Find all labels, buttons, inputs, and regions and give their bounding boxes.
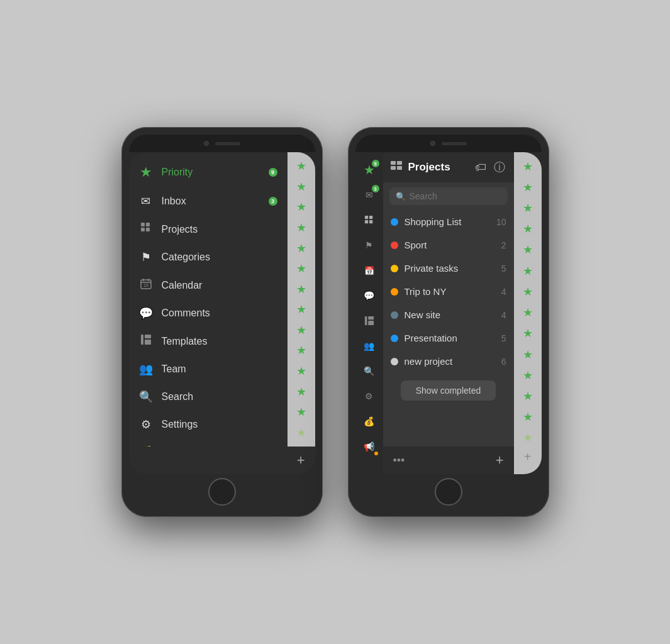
project-name-trip: Trip to NY: [405, 286, 495, 297]
svg-rect-17: [368, 316, 374, 319]
star-right-11[interactable]: ★: [516, 366, 539, 384]
star-settings[interactable]: ★: [290, 341, 313, 360]
categories-icon: ⚑: [139, 250, 153, 264]
sidebar-icon-comments[interactable]: 💬: [358, 284, 381, 307]
sidebar-icon-categories[interactable]: ⚑: [358, 234, 381, 257]
star-right-12[interactable]: ★: [516, 387, 539, 405]
search-bar[interactable]: 🔍: [389, 187, 508, 205]
settings-icon: ⚙: [139, 418, 153, 431]
star-right-14[interactable]: ★: [516, 429, 539, 447]
star-extra1[interactable]: ★: [290, 403, 313, 421]
star-right-13[interactable]: ★: [516, 408, 539, 426]
bottom-bar-right: ••• +: [383, 447, 514, 474]
sidebar-icon-priority[interactable]: ★ 9: [358, 158, 381, 181]
star-projects[interactable]: ★: [290, 198, 313, 216]
star-priority[interactable]: ★: [290, 157, 313, 175]
menu-item-categories[interactable]: ⚑ Categories: [129, 243, 288, 271]
svg-rect-1: [146, 223, 150, 226]
star-right-1[interactable]: ★: [516, 157, 539, 175]
project-item-presentation[interactable]: Presentation 5: [383, 326, 514, 350]
sidebar-icon-team[interactable]: 👥: [358, 335, 381, 357]
menu-item-templates[interactable]: Templates: [129, 327, 288, 355]
sidebar-icon-news[interactable]: 📢: [358, 435, 381, 458]
menu-item-comments[interactable]: 💬 Comments: [129, 299, 288, 327]
panel-title: Projects: [391, 161, 450, 174]
sidebar-icon-settings[interactable]: ⚙: [358, 385, 381, 408]
star-col-plus-button[interactable]: +: [524, 450, 532, 464]
menu-item-inbox[interactable]: ✉ Inbox 3: [129, 187, 288, 215]
project-dot-sport: [391, 242, 398, 249]
star-right-8[interactable]: ★: [516, 304, 539, 322]
templates-icon-right: [364, 316, 374, 326]
show-completed-button[interactable]: Show completed: [401, 380, 496, 401]
star-right-10[interactable]: ★: [516, 345, 539, 364]
team-icon: 👥: [139, 362, 153, 376]
star-right-5[interactable]: ★: [516, 241, 539, 259]
phone-top-bar-left: [129, 135, 315, 152]
star-categories[interactable]: ★: [290, 219, 313, 237]
sidebar-icon-inbox[interactable]: ✉ 3: [358, 184, 381, 206]
menu-bottom-bar: +: [129, 447, 315, 474]
menu-item-calendar[interactable]: 16 Calendar: [129, 271, 288, 299]
menu-item-search[interactable]: 🔍 Search: [129, 383, 288, 411]
project-item-new-project[interactable]: new project 6: [383, 350, 514, 373]
project-dot-site: [391, 311, 398, 319]
sidebar-icon-calendar[interactable]: 📅: [358, 259, 381, 282]
menu-item-projects[interactable]: Projects: [129, 215, 288, 243]
home-button-right[interactable]: [435, 478, 462, 506]
tag-button[interactable]: 🏷: [474, 160, 488, 175]
project-dot-private: [391, 265, 398, 272]
star-right-2[interactable]: ★: [516, 178, 539, 196]
project-item-new-site[interactable]: New site 4: [383, 303, 514, 326]
menu-item-team[interactable]: 👥 Team: [129, 355, 288, 383]
svg-rect-15: [369, 220, 372, 223]
sidebar-icon-projects[interactable]: [358, 209, 381, 231]
star-right-7[interactable]: ★: [516, 282, 539, 301]
news-dot-right: [374, 452, 378, 455]
sidebar-icon-affiliate[interactable]: 💰: [358, 410, 381, 433]
project-item-sport[interactable]: Sport 2: [383, 233, 514, 257]
project-item-trip-ny[interactable]: Trip to NY 4: [383, 280, 514, 303]
sidebar-icon-search[interactable]: 🔍: [358, 360, 381, 382]
search-icon: 🔍: [139, 390, 153, 404]
project-item-shopping-list[interactable]: Shopping List 10: [383, 210, 514, 233]
project-count-new: 6: [501, 357, 506, 367]
star-calendar[interactable]: ★: [290, 239, 313, 257]
badge-inbox: 3: [269, 197, 277, 206]
star-search[interactable]: ★: [290, 321, 313, 340]
search-input[interactable]: [410, 191, 514, 201]
comments-icon-right: 💬: [364, 291, 374, 301]
bottom-dots[interactable]: •••: [393, 454, 405, 467]
home-button-left[interactable]: [208, 478, 236, 506]
info-button[interactable]: ⓘ: [493, 158, 506, 176]
menu-label-projects: Projects: [162, 224, 277, 235]
menu-label-calendar: Calendar: [162, 280, 277, 291]
project-item-private-tasks[interactable]: Private tasks 5: [383, 257, 514, 280]
inbox-badge: 3: [372, 185, 379, 192]
star-right-9[interactable]: ★: [516, 325, 539, 343]
star-right-4[interactable]: ★: [516, 220, 539, 238]
add-project-button[interactable]: +: [496, 452, 504, 469]
menu-list: ★ Priority 9 ✉ Inbox 3: [129, 152, 288, 447]
star-icon-priority: ★: [139, 164, 153, 180]
star-right-6[interactable]: ★: [516, 262, 539, 280]
menu-item-settings[interactable]: ⚙ Settings: [129, 411, 288, 438]
svg-rect-2: [141, 228, 145, 231]
sidebar-icon-templates[interactable]: [358, 309, 381, 332]
star-right-3[interactable]: ★: [516, 199, 539, 217]
star-affiliate[interactable]: ★: [290, 362, 313, 380]
add-button-left[interactable]: +: [297, 452, 305, 469]
settings-icon-right: ⚙: [365, 391, 373, 401]
menu-content: ★ Priority 9 ✉ Inbox 3: [129, 152, 315, 447]
star-news[interactable]: ★: [290, 382, 313, 401]
star-extra2[interactable]: ★: [290, 424, 313, 442]
menu-item-affiliate[interactable]: 💰 Affiliate: [129, 438, 288, 447]
star-templates[interactable]: ★: [290, 280, 313, 298]
team-icon-right: 👥: [364, 341, 374, 351]
project-dot-shopping: [391, 218, 398, 226]
star-team[interactable]: ★: [290, 301, 313, 319]
menu-item-priority[interactable]: ★ Priority 9: [129, 157, 288, 187]
star-inbox[interactable]: ★: [290, 178, 313, 196]
star-comments[interactable]: ★: [290, 260, 313, 278]
phone-top-bar-right: [355, 135, 542, 152]
